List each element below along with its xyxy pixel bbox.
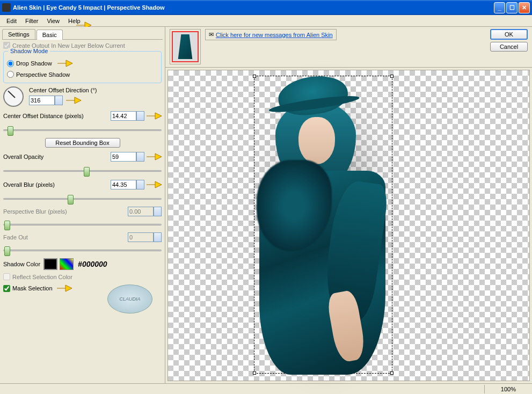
cancel-button[interactable]: Cancel xyxy=(490,42,528,52)
overall-blur-spinner[interactable] xyxy=(136,180,144,189)
close-button[interactable]: ✕ xyxy=(519,2,530,13)
pointer-annotation-icon xyxy=(145,179,163,191)
overall-blur-input[interactable] xyxy=(111,180,136,189)
fade-out-row: Fade Out xyxy=(3,232,162,242)
pointer-annotation-icon xyxy=(145,110,163,122)
center-offset-dist-spinner[interactable] xyxy=(136,111,144,121)
drop-shadow-label: Drop Shadow xyxy=(16,60,52,67)
reflect-selection-row: Reflect Selection Color xyxy=(3,273,162,280)
main-area: Settings Basic Create Output In New Laye… xyxy=(0,27,532,383)
shadow-color-picker-icon[interactable] xyxy=(60,258,74,270)
menu-filter[interactable]: Filter xyxy=(21,17,42,25)
overall-blur-label: Overall Blur (pixels) xyxy=(3,181,55,188)
window-title: Alien Skin | Eye Candy 5 Impact | Perspe… xyxy=(13,4,494,11)
shadow-mode-legend: Shadow Mode xyxy=(8,48,50,54)
overall-opacity-input[interactable] xyxy=(111,152,136,162)
center-offset-direction-row: Center Offset Direction (°) xyxy=(3,86,162,107)
pointer-annotation-icon xyxy=(145,151,163,163)
zoom-level: 100% xyxy=(484,385,532,393)
menu-view[interactable]: View xyxy=(42,17,64,25)
center-offset-dir-spinner[interactable] xyxy=(55,96,63,105)
overall-opacity-label: Overall Opacity xyxy=(3,154,43,160)
reset-bbox-row: Reset Bounding Box xyxy=(3,138,162,148)
window-buttons: _ ☐ ✕ xyxy=(494,2,530,13)
pointer-annotation-icon xyxy=(56,282,73,294)
minimize-button[interactable]: _ xyxy=(494,2,505,13)
center-offset-dir-input[interactable] xyxy=(29,96,55,105)
overall-opacity-row: Overall Opacity xyxy=(3,151,162,163)
reflect-selection-label: Reflect Selection Color xyxy=(12,274,72,280)
reset-bounding-box-button[interactable]: Reset Bounding Box xyxy=(45,138,120,148)
overall-blur-row: Overall Blur (pixels) xyxy=(3,179,162,191)
top-toolbar: ✉ Click here for new messages from Alien… xyxy=(165,27,532,68)
menu-bar: Edit Filter View Help xyxy=(0,15,532,27)
mask-selection-label: Mask Selection xyxy=(12,285,53,291)
message-link-box[interactable]: ✉ Click here for new messages from Alien… xyxy=(205,29,337,40)
perspective-blur-slider xyxy=(3,220,162,229)
overall-opacity-spinner[interactable] xyxy=(136,152,144,162)
perspective-blur-row: Perspective Blur (pixels) xyxy=(3,207,162,216)
layer-thumbnail[interactable] xyxy=(172,31,199,62)
drop-shadow-radio-row[interactable]: Drop Shadow xyxy=(7,57,158,69)
message-link[interactable]: Click here for new messages from Alien S… xyxy=(216,32,333,38)
perspective-shadow-radio-row[interactable]: Perspective Shadow xyxy=(7,71,158,78)
shadow-color-swatch[interactable] xyxy=(43,258,57,270)
shadow-color-hex: #000000 xyxy=(78,260,107,268)
direction-dial[interactable] xyxy=(3,86,24,107)
tab-strip: Settings Basic xyxy=(2,29,163,40)
fade-out-label: Fade Out xyxy=(3,234,28,240)
fade-out-slider xyxy=(3,245,162,255)
watermark-badge: CLAUDIA xyxy=(107,284,152,313)
perspective-shadow-radio[interactable] xyxy=(7,71,14,78)
preview-image xyxy=(257,77,391,383)
title-bar: Alien Skin | Eye Candy 5 Impact | Perspe… xyxy=(0,0,532,15)
dialog-buttons: OK Cancel xyxy=(490,29,528,52)
reflect-selection-checkbox xyxy=(3,273,10,280)
center-offset-dist-input[interactable] xyxy=(111,111,136,121)
tab-basic[interactable]: Basic xyxy=(37,30,63,40)
settings-panel: Settings Basic Create Output In New Laye… xyxy=(0,27,165,383)
center-offset-dir-label: Center Offset Direction (°) xyxy=(29,87,97,93)
center-offset-dist-label: Center Offset Distance (pixels) xyxy=(3,113,84,119)
fade-out-spinner xyxy=(154,232,162,242)
preview-area: ✉ Click here for new messages from Alien… xyxy=(165,27,532,383)
pointer-annotation-icon xyxy=(56,57,74,69)
preview-canvas[interactable] xyxy=(167,70,530,381)
center-offset-dist-slider[interactable] xyxy=(3,125,162,135)
center-offset-distance-row: Center Offset Distance (pixels) xyxy=(3,110,162,122)
mail-icon: ✉ xyxy=(209,31,214,38)
overall-opacity-slider[interactable] xyxy=(3,166,162,176)
pointer-annotation-icon xyxy=(65,94,82,106)
perspective-blur-input xyxy=(128,207,154,216)
overall-blur-slider[interactable] xyxy=(3,194,162,203)
shadow-mode-group: Shadow Mode Drop Shadow Perspective Shad… xyxy=(3,51,162,83)
drop-shadow-radio[interactable] xyxy=(7,60,14,67)
mask-selection-checkbox[interactable] xyxy=(3,285,10,292)
maximize-button[interactable]: ☐ xyxy=(506,2,518,13)
fade-out-input xyxy=(128,232,154,242)
perspective-blur-spinner xyxy=(154,207,162,216)
tab-settings[interactable]: Settings xyxy=(2,29,35,39)
ok-button[interactable]: OK xyxy=(490,29,528,40)
menu-edit[interactable]: Edit xyxy=(2,17,21,25)
app-icon xyxy=(2,3,11,12)
perspective-blur-label: Perspective Blur (pixels) xyxy=(3,208,67,215)
perspective-shadow-label: Perspective Shadow xyxy=(16,71,70,78)
shadow-color-label: Shadow Color xyxy=(3,261,40,267)
shadow-color-row: Shadow Color #000000 xyxy=(3,258,162,270)
